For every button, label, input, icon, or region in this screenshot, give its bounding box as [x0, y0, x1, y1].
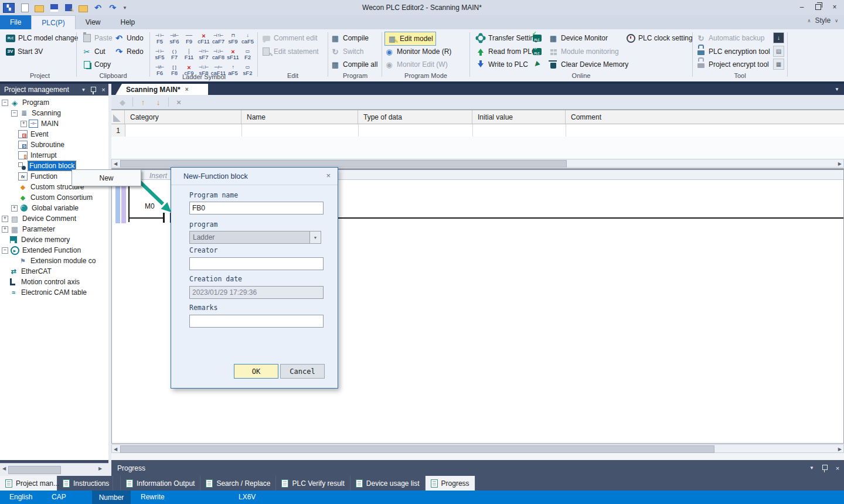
cell-category[interactable]: [125, 124, 242, 137]
table-horizontal-scrollbar[interactable]: ◀ ▶: [111, 159, 844, 168]
monitor-mode-button[interactable]: ◉ Monitor Mode (R): [384, 46, 451, 57]
tab-information-output[interactable]: Information Output: [121, 476, 200, 491]
creator-input[interactable]: [189, 257, 324, 270]
tab-instructions[interactable]: Instructions: [57, 476, 113, 491]
plc-clock-setting-button[interactable]: PLC clock setting: [626, 32, 693, 44]
cut-button[interactable]: ✂ Cut: [82, 46, 106, 57]
module-monitoring-button[interactable]: Module monitoring: [549, 46, 619, 57]
redo-button[interactable]: ↷ Redo: [114, 46, 144, 57]
cell-type[interactable]: [359, 124, 473, 137]
scrollbar-thumb[interactable]: [120, 445, 714, 453]
cell-initial-value[interactable]: [473, 124, 566, 137]
plc-verify-button[interactable]: PLC: [532, 32, 542, 44]
remote-operation-button[interactable]: ▶: [532, 59, 542, 70]
scroll-right-icon[interactable]: ▶: [98, 466, 102, 471]
compile-button[interactable]: ▦ Compile: [331, 32, 369, 44]
plc-model-change-button[interactable]: PLC PLC model change: [6, 32, 78, 44]
restore-button[interactable]: [810, 1, 826, 13]
compile-all-button[interactable]: ▦ Compile all: [331, 59, 377, 70]
ladder-symbol-button[interactable]: ( )F7: [167, 47, 182, 62]
row-header[interactable]: 1: [111, 124, 125, 137]
tab-scanning-main[interactable]: Scanning MAIN* ×: [115, 84, 208, 95]
move-down-button[interactable]: ↓: [153, 97, 164, 107]
tab-plc-verify-result[interactable]: PLC Verify result: [276, 476, 350, 491]
plc-encryption-tool-button[interactable]: PLC encryption tool: [696, 46, 770, 57]
expander-minus-icon[interactable]: −: [2, 100, 8, 106]
add-variable-button[interactable]: ◆: [117, 97, 128, 107]
ladder-symbol-button[interactable]: ⊣↓⊢caF8: [211, 47, 226, 62]
program-name-input[interactable]: [189, 202, 324, 214]
tab-search-replace[interactable]: Search / Replace: [200, 476, 276, 491]
tree-horizontal-scrollbar[interactable]: ◀ ▶: [0, 463, 108, 476]
tree-item-event[interactable]: E Event: [0, 129, 108, 139]
program-type-select[interactable]: Ladder ▼: [189, 231, 321, 244]
ladder-horizontal-scrollbar[interactable]: ◀ ▶: [111, 444, 844, 453]
contact-m0[interactable]: [163, 213, 165, 223]
tree-item-extension-module[interactable]: ⚑ Extension module co: [0, 256, 108, 266]
delete-row-button[interactable]: ×: [173, 97, 184, 107]
undo-button[interactable]: ↶ Undo: [114, 32, 144, 44]
ladder-symbol-button[interactable]: ⊣/⊢sF6: [167, 31, 182, 46]
ladder-symbol-button[interactable]: ×sF11: [226, 47, 240, 62]
automatic-backup-button[interactable]: ↻ Automatic backup: [696, 32, 764, 44]
ladder-symbol-button[interactable]: ⊣↑⊢sF7: [196, 47, 211, 62]
close-window-button[interactable]: ×: [826, 1, 843, 13]
tree-item-device-comment[interactable]: + ▤ Device Comment: [0, 213, 108, 224]
backup-option-button[interactable]: ↓: [773, 32, 784, 43]
ribbon-style-control[interactable]: ∧ Style ∨: [808, 16, 838, 25]
tree-item-global-variable[interactable]: + Global variable: [0, 203, 108, 213]
dialog-close-icon[interactable]: ×: [326, 171, 331, 180]
ladder-symbol-button[interactable]: ──F9: [182, 31, 196, 46]
tab-project-management[interactable]: Project man...: [0, 476, 57, 491]
comment-edit-button[interactable]: Comment edit: [261, 32, 318, 44]
project-encrypt-tool-button[interactable]: Project encrypt tool: [696, 59, 769, 70]
encrypt-list-button[interactable]: ▦: [773, 59, 784, 70]
switch-button[interactable]: ↻ Switch: [331, 46, 363, 57]
encryption-doc-button[interactable]: ▤: [773, 46, 784, 57]
device-monitor-button[interactable]: ▦ Device Monitor: [549, 32, 608, 44]
ladder-symbol-button[interactable]: ⊣↑⊢caF7: [211, 31, 226, 46]
paste-button[interactable]: Paste: [82, 32, 113, 44]
panel-close-icon[interactable]: ×: [98, 86, 108, 93]
ladder-symbol-button[interactable]: ⊣ ⊢F5: [152, 31, 167, 46]
cell-name[interactable]: [242, 124, 359, 137]
tree-item-ethercat[interactable]: ⇄ EtherCAT: [0, 266, 108, 277]
select-dropdown-icon[interactable]: ▼: [309, 231, 321, 243]
read-from-plc-button[interactable]: Read from PLC: [476, 46, 537, 57]
ok-button[interactable]: OK: [234, 364, 278, 379]
ladder-symbol-button[interactable]: ⊣ ⊢sF5: [152, 47, 167, 62]
menu-tab-view[interactable]: View: [76, 15, 111, 29]
ladder-symbol-button[interactable]: │F11: [182, 47, 196, 62]
tree-item-parameter[interactable]: + ▦ Parameter: [0, 224, 108, 234]
tab-close-icon[interactable]: ×: [185, 86, 189, 93]
expander-plus-icon[interactable]: +: [2, 216, 8, 222]
expander-minus-icon[interactable]: −: [11, 110, 18, 117]
tab-progress[interactable]: Progress: [426, 476, 475, 491]
tree-item-custom-consortium[interactable]: ◆ Custom Consortium: [0, 192, 108, 203]
edit-statement-button[interactable]: Edit statement: [261, 46, 319, 57]
scroll-left-icon[interactable]: ◀: [114, 161, 117, 166]
menu-tab-plc[interactable]: PLC(P): [31, 15, 75, 29]
monitor-edit-button[interactable]: ◉ Monitor Edit (W): [384, 59, 448, 70]
panel-dropdown-icon[interactable]: ▼: [79, 87, 89, 93]
tree-item-device-memory[interactable]: Device memory: [0, 234, 108, 245]
expander-plus-icon[interactable]: +: [11, 205, 18, 212]
tree-item-motion-control-axis[interactable]: Motion control axis: [0, 277, 108, 287]
tree-item-electronic-cam-table[interactable]: ≈ Electronic CAM table: [0, 287, 108, 298]
expander-plus-icon[interactable]: +: [21, 121, 27, 127]
scroll-left-icon[interactable]: ◀: [114, 447, 117, 452]
tree-item-extended-function[interactable]: − ▶ Extended Function: [0, 245, 108, 256]
cancel-button[interactable]: Cancel: [280, 364, 325, 379]
collapse-ribbon-icon[interactable]: ∧: [808, 18, 811, 23]
panel-pin-icon[interactable]: [89, 87, 98, 93]
menu-tab-help[interactable]: Help: [110, 15, 145, 29]
scroll-left-icon[interactable]: ◀: [2, 466, 6, 471]
tree-item-scanning[interactable]: − ≣ Scanning: [0, 108, 108, 118]
expander-minus-icon[interactable]: −: [2, 247, 8, 254]
tree-item-subroutine[interactable]: S Subroutine: [0, 139, 108, 150]
panel-pin-icon[interactable]: [818, 465, 831, 471]
edit-model-button[interactable]: ▦ Edit model: [384, 32, 436, 46]
move-up-button[interactable]: ↑: [138, 97, 148, 107]
tab-device-usage-list[interactable]: Device usage list: [350, 476, 426, 491]
tree-item-interrupt[interactable]: I Interrupt: [0, 150, 108, 161]
